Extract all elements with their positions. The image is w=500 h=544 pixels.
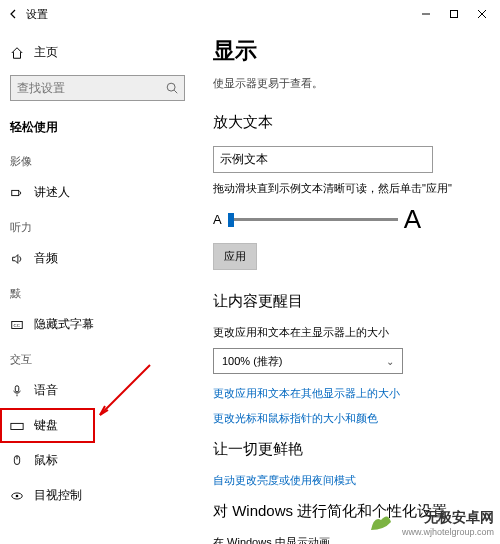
- home-button[interactable]: 主页: [0, 36, 195, 69]
- sidebar-item-speech[interactable]: 语音: [0, 373, 195, 408]
- mouse-icon: [10, 454, 24, 468]
- slider-thumb[interactable]: [228, 213, 234, 227]
- sidebar-item-audio[interactable]: 音频: [0, 241, 195, 276]
- svg-rect-9: [15, 385, 19, 391]
- slider-description: 拖动滑块直到示例文本清晰可读，然后单击"应用": [213, 181, 484, 196]
- maximize-button[interactable]: [440, 0, 468, 28]
- svg-rect-6: [12, 190, 19, 195]
- group-label: 交互: [0, 342, 195, 373]
- sidebar-heading: 轻松使用: [0, 113, 195, 144]
- sample-text-box: 示例文本: [213, 146, 433, 173]
- sidebar-item-eye-control[interactable]: 目视控制: [0, 478, 195, 513]
- slider-min-icon: A: [213, 212, 222, 227]
- watermark-url: www.wjhotelgroup.com: [402, 527, 494, 537]
- svg-point-17: [16, 494, 19, 497]
- mic-icon: [10, 384, 24, 398]
- back-icon[interactable]: [8, 8, 20, 20]
- watermark-icon: [366, 508, 396, 538]
- sidebar-item-keyboard[interactable]: 键盘: [0, 408, 95, 443]
- section-heading: 放大文本: [213, 113, 484, 132]
- audio-icon: [10, 252, 24, 266]
- svg-line-5: [174, 90, 177, 93]
- sidebar-item-label: 目视控制: [34, 487, 82, 504]
- page-title: 显示: [213, 36, 484, 66]
- section-heading: 让内容更醒目: [213, 292, 484, 311]
- home-icon: [10, 46, 24, 60]
- search-input[interactable]: [10, 75, 185, 101]
- sidebar-item-closed-captions[interactable]: CC 隐藏式字幕: [0, 307, 195, 342]
- section-heading: 让一切更鲜艳: [213, 440, 484, 459]
- search-icon[interactable]: [165, 81, 179, 95]
- home-label: 主页: [34, 44, 58, 61]
- link-other-displays[interactable]: 更改应用和文本在其他显示器上的大小: [213, 386, 484, 401]
- apply-button[interactable]: 应用: [213, 243, 257, 270]
- sidebar-item-label: 语音: [34, 382, 58, 399]
- link-cursor-pointer[interactable]: 更改光标和鼠标指针的大小和颜色: [213, 411, 484, 426]
- dropdown-value: 100% (推荐): [222, 354, 283, 369]
- eye-icon: [10, 489, 24, 503]
- svg-rect-10: [11, 423, 23, 429]
- svg-text:CC: CC: [14, 322, 20, 327]
- chevron-down-icon: ⌄: [386, 356, 394, 367]
- cc-icon: CC: [10, 318, 24, 332]
- group-label: 影像: [0, 144, 195, 175]
- sidebar-item-narrator[interactable]: 讲述人: [0, 175, 195, 210]
- watermark: 无极安卓网 www.wjhotelgroup.com: [366, 508, 494, 538]
- link-night-mode[interactable]: 自动更改亮度或使用夜间模式: [213, 473, 484, 488]
- group-label: 黩: [0, 276, 195, 307]
- sidebar-item-label: 讲述人: [34, 184, 70, 201]
- minimize-button[interactable]: [412, 0, 440, 28]
- watermark-text: 无极安卓网: [402, 509, 494, 527]
- close-button[interactable]: [468, 0, 496, 28]
- sidebar-item-label: 隐藏式字幕: [34, 316, 94, 333]
- sidebar-item-label: 鼠标: [34, 452, 58, 469]
- sidebar-item-label: 键盘: [34, 417, 58, 434]
- sidebar-item-label: 音频: [34, 250, 58, 267]
- text-size-slider[interactable]: [228, 218, 398, 221]
- slider-max-icon: A: [404, 204, 421, 235]
- keyboard-icon: [10, 419, 24, 433]
- sidebar-item-mouse[interactable]: 鼠标: [0, 443, 195, 478]
- scale-dropdown[interactable]: 100% (推荐) ⌄: [213, 348, 403, 374]
- narrator-icon: [10, 186, 24, 200]
- svg-rect-1: [451, 11, 458, 18]
- group-label: 听力: [0, 210, 195, 241]
- dropdown-description: 更改应用和文本在主显示器上的大小: [213, 325, 484, 340]
- page-subtitle: 使显示器更易于查看。: [213, 76, 484, 91]
- window-title: 设置: [26, 7, 48, 22]
- svg-point-4: [167, 83, 175, 91]
